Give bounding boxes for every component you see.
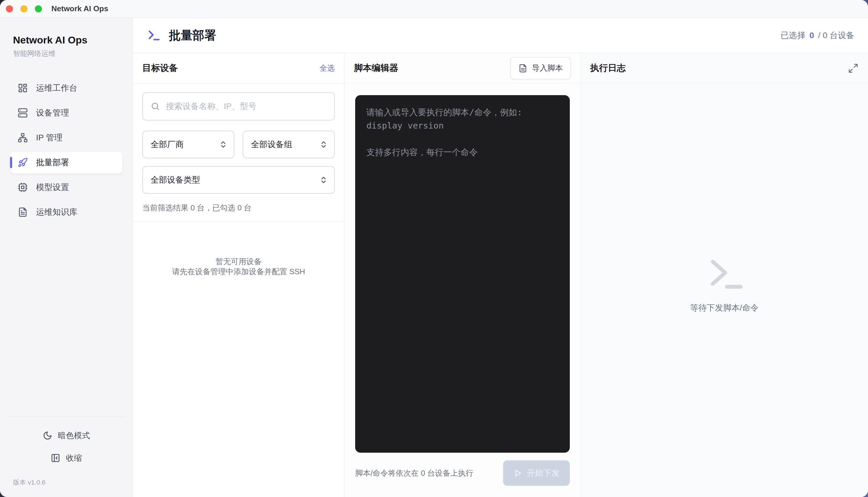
sidebar-nav: 运维工作台 设备管理 IP 管理 <box>8 77 124 223</box>
device-group-select-value: 全部设备组 <box>251 139 292 150</box>
sidebar-item-model-settings[interactable]: 模型设置 <box>10 176 122 198</box>
window-title: Network AI Ops <box>52 4 108 13</box>
sidebar-item-ops-workbench[interactable]: 运维工作台 <box>10 77 122 99</box>
minimize-window-button[interactable] <box>20 5 28 12</box>
script-editor-panel: 脚本编辑器 导入脚本 脚本/命令将依次在 <box>344 53 581 497</box>
sidebar-item-label: IP 管理 <box>36 132 63 143</box>
sidebar-item-label: 批量部署 <box>36 157 69 168</box>
import-script-button[interactable]: 导入脚本 <box>510 57 571 80</box>
rocket-icon <box>18 157 28 168</box>
terminal-prompt-icon <box>702 255 747 294</box>
moon-icon <box>43 431 52 440</box>
chevrons-up-down-icon <box>320 176 328 184</box>
execution-log-header: 执行日志 <box>581 53 868 83</box>
sidebar-item-label: 运维知识库 <box>36 207 77 218</box>
device-filters: 全部厂商 全部设备组 <box>133 83 344 221</box>
close-window-button[interactable] <box>6 5 13 12</box>
empty-state-line1: 暂无可用设备 <box>216 256 262 267</box>
terminal-icon <box>147 28 161 43</box>
select-all-link[interactable]: 全选 <box>320 63 335 73</box>
server-icon <box>18 108 28 118</box>
sidebar-footer: 暗色模式 收缩 版本 v1.0.6 <box>8 416 124 487</box>
device-type-select[interactable]: 全部设备类型 <box>142 166 335 194</box>
page-title: 批量部署 <box>169 27 216 43</box>
device-group-select[interactable]: 全部设备组 <box>243 131 335 158</box>
cpu-icon <box>18 182 28 193</box>
dark-mode-label: 暗色模式 <box>58 430 90 441</box>
version-label: 版本 v1.0.6 <box>8 478 124 487</box>
search-icon <box>150 102 160 111</box>
sidebar-item-label: 运维工作台 <box>36 83 77 94</box>
empty-state-line2: 请先在设备管理中添加设备并配置 SSH <box>172 267 305 276</box>
play-icon <box>513 469 522 478</box>
device-search-box <box>142 92 335 120</box>
device-type-select-value: 全部设备类型 <box>150 174 200 186</box>
file-text-icon <box>518 64 527 73</box>
vendor-select-value: 全部厂商 <box>150 139 183 150</box>
log-empty-text: 等待下发脚本/命令 <box>690 302 759 313</box>
panel-collapse-icon <box>51 453 60 463</box>
collapse-label: 收缩 <box>66 453 82 463</box>
chevrons-up-down-icon <box>320 140 328 148</box>
titlebar: Network AI Ops <box>0 0 868 18</box>
screen: Network AI Ops Network AI Ops 智能网络运维 运维工… <box>0 0 868 497</box>
collapse-sidebar-button[interactable]: 收缩 <box>8 447 124 469</box>
sidebar-item-knowledge-base[interactable]: 运维知识库 <box>10 201 122 223</box>
execution-note: 脚本/命令将依次在 0 台设备上执行 <box>355 468 473 478</box>
dashboard-icon <box>18 83 28 93</box>
zoom-window-button[interactable] <box>35 5 42 12</box>
target-devices-header: 目标设备 全选 <box>133 53 344 83</box>
app-window: Network AI Ops Network AI Ops 智能网络运维 运维工… <box>0 0 868 497</box>
dark-mode-toggle[interactable]: 暗色模式 <box>8 424 124 447</box>
sidebar-item-ip-management[interactable]: IP 管理 <box>10 127 122 148</box>
target-devices-title: 目标设备 <box>142 62 178 74</box>
sidebar-brand: Network AI Ops <box>13 34 124 46</box>
network-icon <box>18 133 28 143</box>
script-editor-header: 脚本编辑器 导入脚本 <box>344 53 580 83</box>
traffic-lights <box>6 5 42 12</box>
filter-summary: 当前筛选结果 0 台，已勾选 0 台 <box>142 203 335 213</box>
script-footer: 脚本/命令将依次在 0 台设备上执行 开始下发 <box>344 453 580 497</box>
device-list-empty-state: 暂无可用设备 请先在设备管理中添加设备并配置 SSH <box>133 222 344 497</box>
sidebar-item-batch-deploy[interactable]: 批量部署 <box>10 152 122 173</box>
execution-log-title: 执行日志 <box>590 62 626 74</box>
device-search-input[interactable] <box>166 102 326 111</box>
start-deploy-label: 开始下发 <box>527 467 560 479</box>
script-editor-textarea[interactable] <box>355 95 570 453</box>
sidebar-subtitle: 智能网络运维 <box>13 49 124 58</box>
chevrons-up-down-icon <box>219 140 227 148</box>
file-text-icon <box>18 207 28 217</box>
vendor-select[interactable]: 全部厂商 <box>142 131 234 158</box>
sidebar-item-label: 模型设置 <box>36 182 69 193</box>
script-editor-title: 脚本编辑器 <box>354 62 398 74</box>
page-header: 批量部署 已选择 0 / 0 台设备 <box>133 18 868 53</box>
selected-count: 0 <box>810 31 814 40</box>
import-script-label: 导入脚本 <box>532 63 563 73</box>
target-devices-panel: 目标设备 全选 全部 <box>133 53 344 497</box>
log-empty-state: 等待下发脚本/命令 <box>581 83 868 497</box>
start-deploy-button[interactable]: 开始下发 <box>503 460 570 486</box>
selected-devices-summary: 已选择 0 / 0 台设备 <box>781 30 854 41</box>
execution-log-panel: 执行日志 等待下发脚本/命令 <box>581 53 868 497</box>
sidebar: Network AI Ops 智能网络运维 运维工作台 设备管理 <box>0 18 133 497</box>
main-area: 批量部署 已选择 0 / 0 台设备 目标设备 全选 <box>133 18 868 497</box>
selected-label: 已选择 <box>781 31 805 40</box>
expand-icon[interactable] <box>848 63 858 74</box>
sidebar-item-device-management[interactable]: 设备管理 <box>10 102 122 124</box>
sidebar-item-label: 设备管理 <box>36 107 69 118</box>
selected-total: / 0 台设备 <box>818 31 854 40</box>
